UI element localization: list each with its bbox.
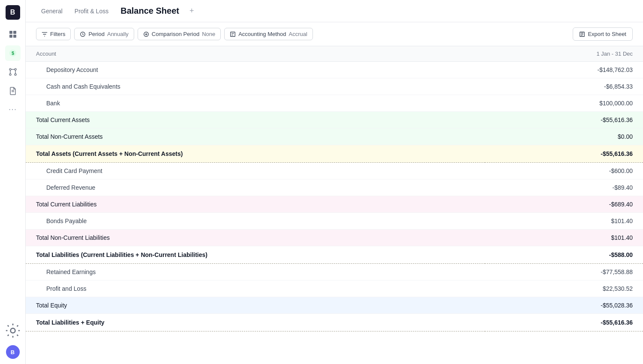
balance-sheet-table-container[interactable]: Account 1 Jan - 31 Dec Depository Accoun… [26, 46, 643, 364]
svg-rect-3 [13, 35, 16, 38]
accounting-value: Accrual [289, 31, 307, 37]
account-label: Depository Account [26, 62, 485, 78]
total-label: Total Equity [26, 297, 485, 314]
nav-balance-sheet[interactable]: Balance Sheet [115, 3, 184, 18]
table-row[interactable]: Deferred Revenue -$89.40 [26, 179, 643, 196]
period-label: Period [88, 31, 105, 37]
total-label: Total Non-Current Liabilities [26, 230, 485, 246]
account-value: -$89.40 [485, 179, 643, 196]
col-period-header: 1 Jan - 31 Dec [485, 46, 643, 62]
total-value: $101.40 [485, 230, 643, 246]
user-avatar[interactable]: B [6, 345, 20, 359]
final-value: -$55,616.36 [485, 314, 643, 331]
accounting-label: Accounting Method [238, 31, 286, 37]
final-label: Total Liabilities + Equity [26, 314, 485, 331]
liabilities-summary-value: -$588.00 [485, 246, 643, 264]
svg-point-6 [9, 69, 11, 70]
account-label: Bonds Payable [26, 213, 485, 230]
total-value: -$55,028.36 [485, 297, 643, 314]
accounting-icon [230, 31, 236, 37]
top-navigation: General Profit & Loss Balance Sheet + [26, 0, 643, 22]
svg-point-15 [10, 328, 15, 333]
sidebar-icon-file[interactable] [5, 83, 21, 98]
sidebar-more-icon[interactable]: ... [5, 102, 21, 112]
table-row[interactable]: Total Assets (Current Assets + Non-Curre… [26, 145, 643, 163]
account-label: Profit and Loss [26, 280, 485, 297]
period-button[interactable]: Period Annually [74, 28, 134, 40]
account-label: Credit Card Payment [26, 163, 485, 179]
account-value: -$600.00 [485, 163, 643, 179]
table-row[interactable]: Bank $100,000.00 [26, 95, 643, 112]
total-label: Total Current Assets [26, 112, 485, 128]
svg-point-9 [15, 74, 16, 75]
account-value: $100,000.00 [485, 95, 643, 112]
table-row[interactable]: Profit and Loss $22,530.52 [26, 280, 643, 297]
account-label: Cash and Cash Equivalents [26, 78, 485, 95]
account-label: Retained Earnings [26, 264, 485, 280]
comparison-icon [143, 31, 149, 37]
svg-text:$: $ [11, 51, 14, 56]
total-value: -$55,616.36 [485, 112, 643, 128]
svg-rect-18 [231, 32, 235, 36]
svg-rect-0 [9, 31, 12, 34]
filters-button[interactable]: Filters [36, 28, 71, 40]
export-label: Export to Sheet [588, 31, 626, 37]
account-value: -$6,854.33 [485, 78, 643, 95]
table-row[interactable]: Retained Earnings -$77,558.88 [26, 264, 643, 280]
svg-point-7 [15, 69, 16, 70]
clock-icon [80, 31, 86, 37]
table-row[interactable]: Total Current Liabilities -$689.40 [26, 196, 643, 213]
total-value: -$689.40 [485, 196, 643, 213]
account-value: $101.40 [485, 213, 643, 230]
comparison-button[interactable]: Comparison Period None [138, 28, 221, 40]
total-value: $0.00 [485, 128, 643, 145]
accounting-method-button[interactable]: Accounting Method Accrual [224, 28, 313, 40]
balance-sheet-table: Account 1 Jan - 31 Dec Depository Accoun… [26, 46, 643, 331]
summary-value: -$55,616.36 [485, 145, 643, 163]
summary-label: Total Assets (Current Assets + Non-Curre… [26, 145, 485, 163]
export-button[interactable]: Export to Sheet [573, 27, 633, 41]
table-header-row: Account 1 Jan - 31 Dec [26, 46, 643, 62]
svg-rect-2 [9, 35, 12, 38]
table-row[interactable]: Bonds Payable $101.40 [26, 213, 643, 230]
table-row[interactable]: Total Non-Current Liabilities $101.40 [26, 230, 643, 246]
account-label: Deferred Revenue [26, 179, 485, 196]
nav-profit-loss[interactable]: Profit & Loss [69, 5, 114, 17]
col-account-header: Account [26, 46, 485, 62]
toolbar: Filters Period Annually Comparison Perio… [26, 22, 643, 46]
svg-point-8 [9, 74, 11, 75]
table-row[interactable]: Total Non-Current Assets $0.00 [26, 128, 643, 145]
filters-label: Filters [50, 31, 65, 37]
app-logo[interactable]: B [6, 5, 20, 20]
period-value: Annually [107, 31, 129, 37]
sidebar-icon-dollar[interactable]: $ [5, 45, 21, 61]
nav-add-button[interactable]: + [186, 5, 198, 17]
table-row[interactable]: Total Liabilities (Current Liabilities +… [26, 246, 643, 264]
filter-icon [42, 31, 48, 37]
table-row[interactable]: Cash and Cash Equivalents -$6,854.33 [26, 78, 643, 95]
account-label: Bank [26, 95, 485, 112]
sidebar-icon-grid[interactable] [5, 27, 21, 42]
table-row[interactable]: Total Current Assets -$55,616.36 [26, 112, 643, 128]
account-value: $22,530.52 [485, 280, 643, 297]
comparison-value: None [202, 31, 215, 37]
account-value: -$148,762.03 [485, 62, 643, 78]
table-row[interactable]: Depository Account -$148,762.03 [26, 62, 643, 78]
comparison-label: Comparison Period [152, 31, 199, 37]
total-label: Total Non-Current Assets [26, 128, 485, 145]
liabilities-summary-label: Total Liabilities (Current Liabilities +… [26, 246, 485, 264]
svg-rect-1 [13, 31, 16, 34]
export-icon [579, 31, 585, 37]
table-row[interactable]: Total Liabilities + Equity -$55,616.36 [26, 314, 643, 331]
nav-general[interactable]: General [36, 5, 68, 17]
sidebar: B $ ... B [0, 0, 26, 364]
account-value: -$77,558.88 [485, 264, 643, 280]
main-content: General Profit & Loss Balance Sheet + Fi… [26, 0, 643, 364]
table-row[interactable]: Credit Card Payment -$600.00 [26, 163, 643, 179]
total-label: Total Current Liabilities [26, 196, 485, 213]
settings-icon[interactable] [5, 323, 21, 338]
table-row[interactable]: Total Equity -$55,028.36 [26, 297, 643, 314]
sidebar-icon-nodes[interactable] [5, 64, 21, 80]
